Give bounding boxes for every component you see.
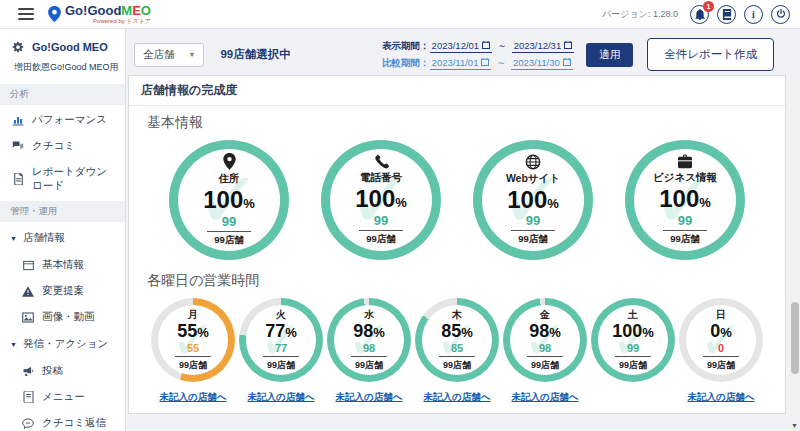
reply-bubble-icon [22,418,34,429]
scroll-down-arrow-icon[interactable]: ▼ [791,422,798,429]
gauge-percent: 100% [355,186,407,211]
briefcase-icon [677,154,693,169]
sidebar-item-performance[interactable]: パフォーマンス [0,107,125,133]
divider [615,356,651,357]
info-button[interactable]: i [744,5,763,24]
sidebar-group-label: 店舗情報 [23,231,65,245]
gauge-total: 99店舗 [619,359,647,372]
globe-icon [525,154,541,170]
gauge-count: 55 [187,342,199,354]
sidebar: Go!Good MEO 増田飲恩Go!Good MEO用 分析 パフォーマンス … [0,29,126,431]
gauge-percent: 55% [177,322,209,342]
sidebar-item-label: クチコミ返信 [42,416,106,430]
gauge-mon: ✓ 月 55% 55 99店舗 [151,298,235,382]
sidebar-account-subtitle[interactable]: 増田飲恩Go!Good MEO用 [0,59,125,82]
gauge-count: 98 [539,342,551,354]
unfilled-stores-link[interactable]: 未記入の店舗へ [336,391,403,404]
weekday-column-tue: ✓ 火 77% 77 99店舗 未記入の店舗へ [239,298,323,404]
manual-button[interactable] [717,5,736,24]
sidebar-item-change-proposal[interactable]: 変更提案 [0,278,125,304]
display-period-label: 表示期間： [382,40,430,53]
basic-info-heading: 基本情報 [129,106,785,134]
unfilled-stores-link[interactable]: 未記入の店舗へ [248,391,315,404]
sidebar-group-actions[interactable]: ▼ 発信・アクション [0,330,125,358]
day-label: 日 [716,308,726,322]
sidebar-group-store-info[interactable]: ▼ 店舗情報 [0,224,125,252]
logout-button[interactable] [771,5,790,24]
weekday-column-mon: ✓ 月 55% 55 99店舗 未記入の店舗へ [151,298,235,404]
notifications-button[interactable]: 1 [690,5,709,24]
document-icon [12,173,24,185]
sidebar-item-basic-info[interactable]: 基本情報 [0,252,125,278]
gauge-total: 99店舗 [518,233,548,246]
notification-badge: 1 [703,1,714,12]
sidebar-section-management: 管理・運用 [0,201,125,222]
sidebar-item-posts[interactable]: 投稿 [0,358,125,384]
sidebar-item-label: 画像・動画 [42,310,95,324]
unfilled-stores-link[interactable]: 未記入の店舗へ [512,391,579,404]
gauge-count: 77 [275,342,287,354]
scrollbar-track[interactable] [790,75,800,419]
gauge-count: 85 [451,342,463,354]
bar-chart-icon [12,114,24,126]
weekday-column-thu: ✓ 木 85% 85 99店舗 未記入の店舗へ [415,298,499,404]
app-logo: Go!GoodMEO Powered by トストア [48,4,151,24]
compare-period-label: 比較期間： [382,57,430,70]
sidebar-item-report-download[interactable]: レポートダウンロード [0,159,125,199]
gauge-percent: 100% [203,187,255,212]
logo-powered-by: Powered by トストア [65,18,151,24]
sidebar-item-review-reply[interactable]: クチコミ返信 [0,410,125,431]
calendar-icon [482,41,490,49]
apply-button[interactable]: 適用 [586,43,633,67]
version-label: バージョン: 1.28.0 [602,8,678,21]
tilde: ～ [497,40,507,53]
store-select[interactable]: 全店舗 ▼ [134,43,204,67]
gauge-fri: ✓ 金 98% 98 99店舗 [503,298,587,382]
divider [439,356,475,357]
completion-card: 店舗情報の完成度 基本情報 ✓ 住所 100% 99 99店舗 ✓ [128,75,786,414]
sidebar-item-label: 変更提案 [42,284,84,298]
sidebar-item-images-videos[interactable]: 画像・動画 [0,304,125,330]
gauge-total: 99店舗 [355,359,383,372]
gauge-total: 99店舗 [366,233,396,246]
gauge-sun: ✓ 日 0% 0 99店舗 [679,298,763,382]
display-from-value: 2023/12/01 [432,40,480,51]
unfilled-stores-link[interactable]: 未記入の店舗へ [160,391,227,404]
gauge-label: 住所 [219,172,240,186]
sidebar-item-menu[interactable]: メニュー [0,384,125,410]
compare-to-input[interactable]: 2023/11/30 [511,57,573,70]
gauge-label: Webサイト [506,172,560,186]
sidebar-group-label: 発信・アクション [23,337,108,351]
gauge-percent: 77% [265,322,297,342]
gauge-business-info: ✓ ビジネス情報 100% 99 99店舗 [625,140,745,260]
filter-bar: 全店舗 ▼ 99店舗選択中 表示期間： 2023/12/01 ～ 2023/12… [126,29,800,71]
sidebar-item-reviews[interactable]: クチコミ [0,133,125,159]
create-report-button[interactable]: 全件レポート作成 [647,38,774,71]
divider [351,356,387,357]
power-icon [776,9,786,19]
scrollbar-thumb[interactable] [791,302,799,374]
divider [207,231,251,232]
sidebar-item-label: クチコミ [32,139,75,153]
app-header: Go!GoodMEO Powered by トストア バージョン: 1.28.0… [0,0,800,29]
calendar-icon [564,41,572,49]
unfilled-stores-link[interactable]: 未記入の店舗へ [688,391,755,404]
main-content: 全店舗 ▼ 99店舗選択中 表示期間： 2023/12/01 ～ 2023/12… [126,29,800,431]
gauge-count: 98 [363,342,375,354]
divider [663,230,707,231]
sidebar-account[interactable]: Go!Good MEO [0,35,125,59]
unfilled-stores-link[interactable]: 未記入の店舗へ [424,391,491,404]
hamburger-menu-icon[interactable] [18,8,34,20]
chevron-down-icon: ▼ [189,51,196,58]
day-label: 土 [628,308,638,322]
display-from-input[interactable]: 2023/12/01 [430,40,493,53]
megaphone-icon [22,366,34,377]
gauge-total: 99店舗 [214,234,244,247]
chevron-down-icon: ▼ [10,235,17,242]
display-to-input[interactable]: 2023/12/31 [512,40,575,53]
gauge-total: 99店舗 [707,359,735,372]
compare-from-value: 2023/11/01 [432,57,479,68]
compare-from-input[interactable]: 2023/11/01 [430,57,492,70]
calendar-icon [563,58,571,66]
store-select-value: 全店舗 [143,48,175,62]
